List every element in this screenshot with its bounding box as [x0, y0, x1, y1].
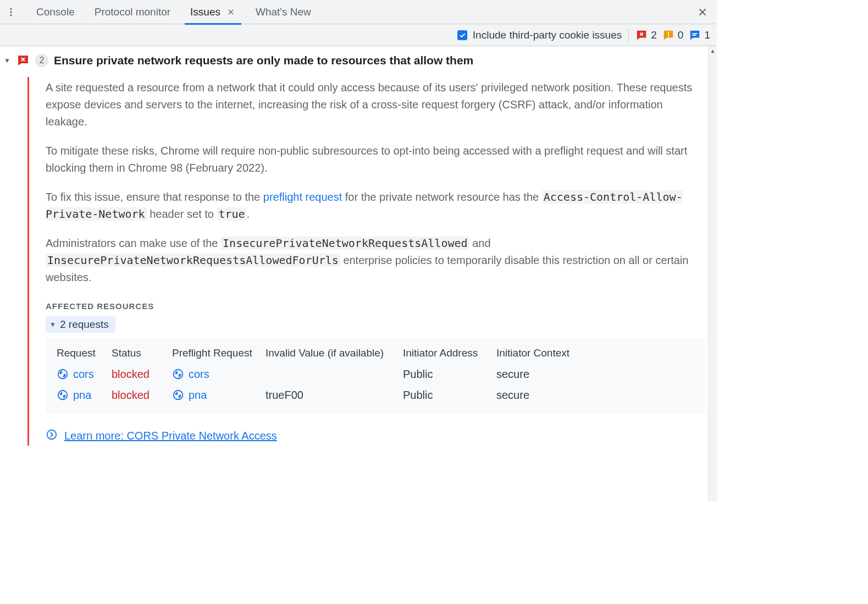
tab-issues[interactable]: Issues: [180, 0, 246, 24]
arrow-right-circle-icon: [46, 429, 58, 443]
disclosure-triangle-icon[interactable]: ▼: [49, 321, 57, 328]
separator: [628, 29, 629, 42]
checkbox-third-party-cookies[interactable]: [457, 30, 467, 40]
preflight-link[interactable]: pna: [172, 389, 266, 402]
status-cell: blocked: [112, 389, 172, 402]
col-initiator-address: Initiator Address: [403, 347, 496, 359]
svg-point-10: [47, 430, 57, 440]
issue-paragraph: Administrators can make use of the Insec…: [46, 235, 705, 286]
col-preflight: Preflight Request: [172, 347, 266, 359]
issue-paragraph: To mitigate these risks, Chrome will req…: [46, 142, 705, 177]
tab-console[interactable]: Console: [26, 0, 85, 24]
checkbox-label: Include third-party cookie issues: [473, 29, 622, 41]
scroll-up-icon[interactable]: ▲: [709, 46, 717, 55]
preflight-name: pna: [189, 389, 207, 402]
svg-point-7: [174, 370, 183, 379]
error-count[interactable]: 2: [635, 29, 657, 41]
issue-title: Ensure private network requests are only…: [54, 54, 473, 67]
network-icon: [172, 389, 184, 401]
initiator-address-cell: Public: [403, 389, 496, 402]
tab-whats-new[interactable]: What's New: [246, 0, 321, 24]
request-link[interactable]: pna: [57, 389, 112, 402]
initiator-context-cell: secure: [496, 389, 606, 402]
more-vert-icon[interactable]: [2, 3, 20, 21]
error-bubble-icon: [635, 30, 648, 40]
initiator-address-cell: Public: [403, 368, 496, 381]
error-bubble-icon: [16, 54, 30, 67]
learn-more-link[interactable]: Learn more: CORS Private Network Access: [64, 430, 277, 442]
svg-point-2: [10, 14, 12, 16]
requests-table: Request Status Preflight Request Invalid…: [46, 338, 705, 413]
issue-header[interactable]: ▼ 2 Ensure private network requests are …: [3, 54, 705, 67]
issue-body: A site requested a resource from a netwo…: [27, 77, 705, 446]
tab-protocol-monitor[interactable]: Protocol monitor: [85, 0, 180, 24]
disclosure-triangle-icon[interactable]: ▼: [3, 57, 11, 64]
request-name: pna: [73, 389, 91, 402]
text: To fix this issue, ensure that response …: [46, 191, 263, 203]
initiator-context-cell: secure: [496, 368, 606, 381]
network-icon: [57, 389, 69, 401]
preflight-request-link[interactable]: preflight request: [263, 191, 342, 203]
tab-issues-label: Issues: [190, 6, 220, 18]
request-link[interactable]: cors: [57, 368, 112, 381]
preflight-link[interactable]: cors: [172, 368, 266, 381]
request-name: cors: [73, 368, 94, 381]
learn-more: Learn more: CORS Private Network Access: [46, 429, 705, 443]
svg-point-0: [10, 8, 12, 9]
svg-rect-5: [693, 35, 696, 36]
text: Administrators can make use of the: [46, 237, 221, 249]
table-header: Request Status Preflight Request Invalid…: [57, 343, 694, 364]
issue-count-chip: 2: [35, 54, 48, 67]
code-literal: InsecurePrivateNetworkRequestsAllowedFor…: [46, 254, 340, 267]
col-initiator-context: Initiator Context: [496, 347, 606, 359]
col-status: Status: [112, 347, 172, 359]
issues-toolbar: Include third-party cookie issues 2 0 1: [0, 24, 717, 46]
network-icon: [172, 368, 184, 380]
status-cell: blocked: [112, 368, 172, 381]
requests-summary-label: 2 requests: [60, 319, 109, 331]
tabstrip: Console Protocol monitor Issues What's N…: [0, 0, 717, 24]
preflight-name: cors: [189, 368, 209, 381]
text: header set to: [150, 208, 217, 220]
close-panel-icon[interactable]: [694, 3, 711, 21]
network-icon: [57, 368, 69, 380]
close-icon[interactable]: [226, 7, 236, 17]
error-count-value: 2: [651, 29, 657, 41]
svg-point-8: [58, 391, 68, 400]
requests-summary[interactable]: ▼ 2 requests: [46, 316, 115, 333]
code-literal: true: [217, 207, 247, 221]
issue-paragraph: To fix this issue, ensure that response …: [46, 189, 705, 223]
issue-paragraph: A site requested a resource from a netwo…: [46, 79, 705, 130]
warning-count[interactable]: 0: [662, 29, 684, 41]
col-request: Request: [57, 347, 112, 359]
info-bubble-icon: [689, 30, 701, 40]
svg-point-9: [174, 391, 183, 400]
svg-point-6: [58, 370, 68, 379]
invalid-value-cell: trueF00: [266, 389, 403, 402]
info-count[interactable]: 1: [689, 29, 710, 41]
text: for the private network resource has the: [345, 191, 542, 203]
warning-count-value: 0: [678, 29, 684, 41]
scrollbar[interactable]: ▲: [708, 46, 717, 501]
svg-point-1: [10, 11, 12, 13]
text: and: [472, 237, 490, 249]
affected-resources-heading: AFFECTED RESOURCES: [46, 301, 705, 311]
table-row: pna blocked pna trueF00 Public secure: [57, 385, 694, 405]
text: .: [247, 208, 250, 220]
code-literal: InsecurePrivateNetworkRequestsAllowed: [221, 237, 469, 250]
table-row: cors blocked cors Public secure: [57, 364, 694, 385]
col-invalid-value: Invalid Value (if available): [266, 347, 403, 359]
svg-point-3: [668, 35, 669, 36]
info-count-value: 1: [704, 29, 710, 41]
svg-rect-4: [693, 33, 698, 34]
warning-bubble-icon: [662, 30, 675, 40]
